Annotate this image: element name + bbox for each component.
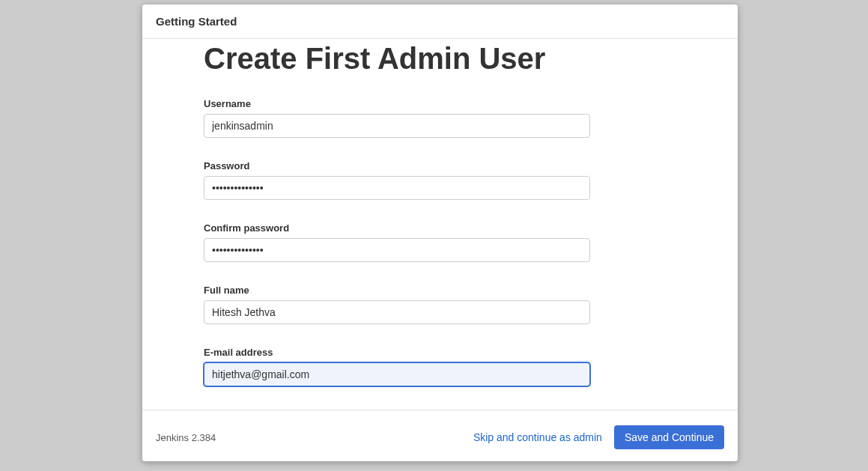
form-container: Create First Admin User Username Passwor… bbox=[142, 42, 738, 410]
password-label: Password bbox=[204, 160, 676, 171]
email-input[interactable] bbox=[204, 362, 590, 386]
page-title: Create First Admin User bbox=[204, 42, 676, 76]
save-continue-button[interactable]: Save and Continue bbox=[614, 425, 724, 449]
form-group-confirm-password: Confirm password bbox=[204, 222, 676, 262]
version-text: Jenkins 2.384 bbox=[156, 432, 216, 443]
full-name-input[interactable] bbox=[204, 300, 590, 324]
form-group-full-name: Full name bbox=[204, 285, 676, 324]
form-group-password: Password bbox=[204, 160, 676, 200]
skip-link[interactable]: Skip and continue as admin bbox=[473, 431, 602, 443]
email-label: E-mail address bbox=[204, 347, 676, 358]
confirm-password-label: Confirm password bbox=[204, 222, 676, 234]
confirm-password-input[interactable] bbox=[204, 238, 590, 262]
modal-header: Getting Started bbox=[142, 4, 738, 39]
full-name-label: Full name bbox=[204, 285, 676, 296]
form-group-email: E-mail address bbox=[204, 347, 676, 386]
password-input[interactable] bbox=[204, 176, 590, 200]
username-label: Username bbox=[204, 98, 676, 109]
modal-footer: Jenkins 2.384 Skip and continue as admin… bbox=[142, 410, 738, 461]
modal-title: Getting Started bbox=[156, 15, 237, 28]
setup-wizard-modal: Getting Started Create First Admin User … bbox=[142, 4, 738, 461]
modal-body[interactable]: Create First Admin User Username Passwor… bbox=[142, 39, 738, 410]
footer-actions: Skip and continue as admin Save and Cont… bbox=[473, 425, 724, 449]
form-group-username: Username bbox=[204, 98, 676, 138]
username-input[interactable] bbox=[204, 114, 590, 138]
